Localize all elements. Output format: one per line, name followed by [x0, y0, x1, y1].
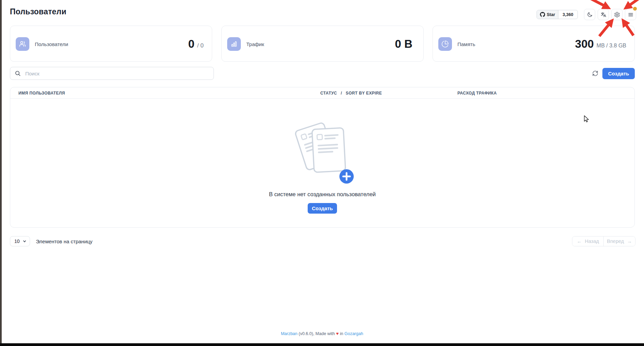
- stat-label: Пользователи: [35, 26, 68, 62]
- stat-value: 0: [188, 38, 194, 51]
- next-page-label: Вперед: [607, 239, 624, 244]
- stat-card-users: Пользователи 0 / 0: [10, 26, 212, 62]
- translate-icon: [600, 12, 606, 18]
- settings-gear-button[interactable]: [611, 9, 623, 20]
- marzban-link[interactable]: Marzban: [281, 331, 297, 336]
- table-empty-state: В системе нет созданных пользователей Со…: [10, 99, 634, 228]
- search-box: [10, 67, 214, 80]
- github-star-widget[interactable]: Star 3,360: [537, 10, 578, 19]
- stat-card-memory: Память 300 MB / 3.8 GB: [433, 26, 635, 62]
- column-header-separator: /: [341, 91, 342, 96]
- github-star-button[interactable]: Star: [537, 10, 558, 19]
- page-size-label: Элементов на страницу: [36, 236, 92, 246]
- bar-chart-icon: [227, 37, 241, 51]
- stat-label: Трафик: [246, 26, 264, 62]
- page-title: Пользователи: [10, 7, 67, 16]
- stat-label: Память: [457, 26, 475, 62]
- create-button[interactable]: Создать: [602, 68, 635, 79]
- empty-state-message: В системе нет созданных пользователей: [269, 191, 376, 198]
- github-star-count[interactable]: 3,360: [558, 10, 577, 19]
- refresh-icon: [592, 70, 598, 76]
- github-star-label: Star: [547, 12, 555, 17]
- search-icon: [15, 71, 20, 76]
- stat-card-traffic: Трафик 0 B: [221, 26, 424, 62]
- footer-in-text: in: [340, 331, 343, 336]
- prev-page-label: Назад: [585, 239, 599, 244]
- empty-state-create-button[interactable]: Создать: [308, 203, 337, 214]
- notification-dot: [633, 7, 637, 11]
- chevron-down-icon: [23, 239, 27, 243]
- page-size-value: 10: [14, 239, 20, 244]
- marzban-users-page: Пользователи Star 3,360: [0, 0, 644, 346]
- gear-icon: [614, 12, 620, 18]
- footer-version-text: (v0.6.0), Made with: [299, 331, 335, 336]
- stat-value: 0 B: [395, 38, 412, 51]
- language-button[interactable]: [598, 9, 609, 20]
- empty-documents-illustration: [283, 116, 362, 189]
- users-table: ИМЯ ПОЛЬЗОВАТЕЛЯ СТАТУС / SORT BY EXPIRE…: [10, 87, 635, 228]
- pie-chart-icon: [438, 37, 452, 51]
- menu-icon: [628, 12, 634, 18]
- column-header-traffic-usage[interactable]: РАСХОД ТРАФИКА: [457, 87, 497, 99]
- prev-page-button[interactable]: ← Назад: [572, 236, 604, 246]
- column-header-username[interactable]: ИМЯ ПОЛЬЗОВАТЕЛЯ: [18, 87, 65, 99]
- refresh-button[interactable]: [589, 67, 601, 80]
- taskbar-strip: [0, 343, 644, 346]
- next-page-button[interactable]: Вперед →: [604, 236, 635, 246]
- left-arrow-icon: ←: [577, 239, 582, 244]
- annotation-arrow-top-left: [584, 0, 608, 8]
- right-arrow-icon: →: [627, 239, 632, 244]
- stat-suffix: / 0: [197, 39, 204, 49]
- annotation-arrow-top-right: [626, 0, 643, 8]
- moon-icon: [587, 12, 593, 18]
- column-header-status[interactable]: СТАТУС: [320, 91, 337, 96]
- stat-suffix: MB / 3.8 GB: [597, 40, 626, 49]
- theme-toggle-button[interactable]: [584, 9, 595, 20]
- column-header-sort-by-expire[interactable]: SORT BY EXPIRE: [346, 91, 382, 96]
- github-icon: [540, 12, 545, 17]
- table-header-row: ИМЯ ПОЛЬЗОВАТЕЛЯ СТАТУС / SORT BY EXPIRE…: [10, 87, 634, 99]
- users-icon: [16, 37, 29, 51]
- add-circle-icon: [339, 169, 354, 184]
- gozargah-link[interactable]: Gozargah: [345, 331, 363, 336]
- screen-edge-strip: [0, 0, 2, 346]
- stat-value: 300: [575, 38, 594, 51]
- heart-icon: ♥: [336, 331, 339, 336]
- search-input[interactable]: [10, 67, 214, 80]
- column-header-status-sort[interactable]: СТАТУС / SORT BY EXPIRE: [320, 87, 382, 99]
- pagination-controls: ← Назад Вперед →: [572, 236, 635, 246]
- page-size-select[interactable]: 10: [10, 236, 30, 246]
- footer: Marzban (v0.6.0), Made with ♥ in Gozarga…: [0, 331, 644, 336]
